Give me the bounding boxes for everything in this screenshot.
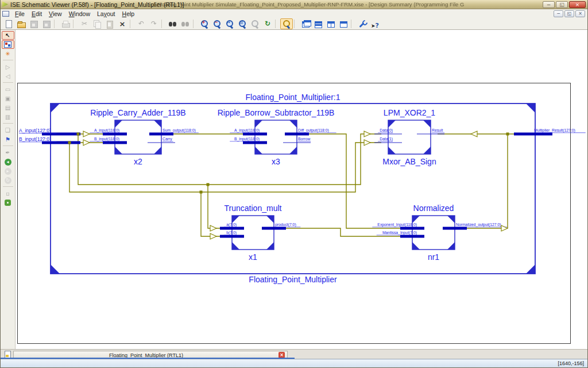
minimize-button[interactable]: − (543, 1, 555, 8)
zoom-full-view-button[interactable]: ↔ (223, 18, 236, 29)
new-sheet-button[interactable]: ▭ (2, 85, 14, 94)
cursor-arrow-icon: ↖ (5, 32, 10, 39)
copy-button[interactable] (91, 18, 103, 29)
save-all-button[interactable] (40, 18, 53, 29)
child-window-icon (2, 11, 9, 17)
refresh-button[interactable]: ↻ (261, 18, 274, 29)
preferences-button[interactable] (356, 18, 369, 29)
pin-label: Exponent_Input(118:0) (377, 223, 417, 227)
pin-label: Sum_output(118:0) (163, 128, 196, 133)
document-tab-bar: Floating_Point_Multiplier (RTL1) × (1, 349, 587, 359)
pin-Diff_output(118:0)[interactable] (285, 133, 309, 136)
window-tile-v-icon (326, 20, 335, 28)
pin-B_input(118:0)[interactable] (103, 141, 127, 144)
pin-Mantissa_Input(7:0)[interactable] (400, 235, 424, 238)
paste-button[interactable] (103, 18, 116, 29)
sheet-cols-tool-button[interactable]: ▥ (2, 113, 14, 121)
zoom-selection-button[interactable] (249, 18, 261, 29)
toolbar-separator (73, 20, 77, 28)
zoom-fit-button[interactable]: ▥ (236, 18, 249, 29)
history-refresh-button[interactable]: ↻ (2, 176, 14, 185)
pin-B_input(118:0)[interactable] (243, 141, 267, 144)
menu-window[interactable]: Window (65, 10, 94, 18)
find-button[interactable] (167, 18, 179, 29)
push-into-block-button[interactable]: ▷ (2, 63, 14, 71)
add-marker-button[interactable]: ✳ (2, 49, 14, 58)
side-toolbar-separator (3, 82, 13, 85)
pin-A_input(118:0)[interactable] (103, 133, 127, 136)
close-button[interactable]: × (569, 1, 586, 8)
restore-button[interactable]: ◱ (556, 1, 568, 8)
mdi-close-button[interactable]: × (575, 10, 585, 17)
pin-b(7:0)[interactable] (220, 235, 244, 238)
undo-arrow-icon: ↶ (138, 20, 144, 28)
small-tool-button[interactable]: ▫ (2, 189, 14, 198)
block-title-nr1: Normalized (413, 204, 454, 213)
pin-Normalized_output(127:0)[interactable] (443, 227, 467, 230)
schematic-view-button[interactable] (2, 40, 14, 49)
mdi-restore-button[interactable]: ◱ (564, 10, 574, 17)
block-title-x1: Truncation_mult (225, 204, 282, 213)
menu-edit[interactable]: Edit (28, 10, 45, 18)
refresh-arrows-icon: ↻ (265, 20, 270, 28)
sheet-rows-tool-button[interactable]: ▤ (2, 103, 14, 112)
sheet-cols-icon: ▥ (5, 113, 10, 121)
new-window-button[interactable] (299, 18, 312, 29)
menu-file[interactable]: File (11, 10, 28, 18)
side-toolbar-separator (3, 145, 13, 148)
pin-product(7:0)[interactable] (262, 227, 286, 230)
print-button[interactable] (59, 18, 72, 29)
menu-layout[interactable]: Layout (94, 10, 119, 18)
marker-green-button[interactable] (2, 198, 14, 207)
redo-button[interactable]: ↷ (148, 18, 160, 29)
undo-button[interactable]: ↶ (135, 18, 148, 29)
block-x3[interactable] (255, 120, 297, 154)
mdi-minimize-button[interactable]: − (554, 10, 563, 17)
pop-out-of-block-button[interactable]: ◁ (2, 72, 14, 80)
ise-schematic-viewer-window: ISE Schematic Viewer (P.58f) - [Floating… (0, 0, 588, 368)
delete-sheet-button[interactable]: ▣ (2, 94, 14, 103)
pin-A_input(118:0)[interactable] (243, 133, 267, 136)
menu-view[interactable]: View (45, 10, 65, 18)
rename-flag-button[interactable]: ⚑ (2, 135, 14, 144)
new-document-button[interactable] (2, 18, 15, 29)
cascade-windows-button[interactable] (337, 18, 350, 29)
cut-button[interactable]: ✂ (78, 18, 91, 29)
select-pointer-button[interactable]: ↖ (2, 31, 14, 40)
delete-button[interactable]: × (116, 18, 129, 29)
pin-Sum_output(118:0)[interactable] (149, 133, 173, 136)
history-forward-button[interactable]: ▸ (2, 167, 14, 175)
find-in-files-button[interactable] (179, 18, 192, 29)
side-toolbar-separator (3, 186, 13, 189)
pin-label: Normalized_output(127:0) (456, 223, 501, 227)
block-x1[interactable] (232, 216, 274, 250)
schematic-canvas[interactable]: Floating_Point_Multiplier:1Floating_Poin… (16, 30, 587, 349)
pin-a(7:0)[interactable] (220, 227, 244, 230)
view-netlist-button[interactable]: ❏ (2, 126, 14, 135)
history-back-button[interactable]: ◂ (2, 158, 14, 166)
pin-icon: ✒ (5, 149, 10, 156)
block-Mxor_AB_Sign[interactable] (388, 120, 431, 154)
context-help-button[interactable]: ➤? (369, 18, 381, 29)
open-file-button[interactable] (15, 18, 28, 29)
port-label: B_input(127:0) (19, 136, 51, 142)
block-nr1[interactable] (412, 216, 455, 250)
sheet-footer: Floating_Point_Multiplier (249, 275, 337, 284)
magnifier-fit-icon: ▥ (238, 20, 247, 28)
pin-Exponent_Input(118:0)[interactable] (400, 227, 424, 230)
zoom-area-toggle-button[interactable] (280, 18, 293, 29)
title-bar: ISE Schematic Viewer (P.58f) - [Floating… (1, 0, 587, 9)
port-bar-Multiplier_Result(127:0)[interactable] (514, 133, 552, 136)
save-button[interactable] (28, 18, 40, 29)
zoom-in-button[interactable]: + (198, 18, 211, 29)
block-x2[interactable] (115, 120, 161, 154)
tile-horizontally-button[interactable] (312, 18, 324, 29)
junction-dot (68, 141, 71, 144)
printer-icon (61, 20, 70, 28)
junction-dot (77, 133, 80, 136)
zoom-out-button[interactable]: − (211, 18, 223, 29)
menu-help[interactable]: Help (119, 10, 138, 18)
block-instance-x2: x2 (134, 157, 142, 166)
tile-vertically-button[interactable] (324, 18, 337, 29)
push-pin-button[interactable]: ✒ (2, 148, 14, 157)
